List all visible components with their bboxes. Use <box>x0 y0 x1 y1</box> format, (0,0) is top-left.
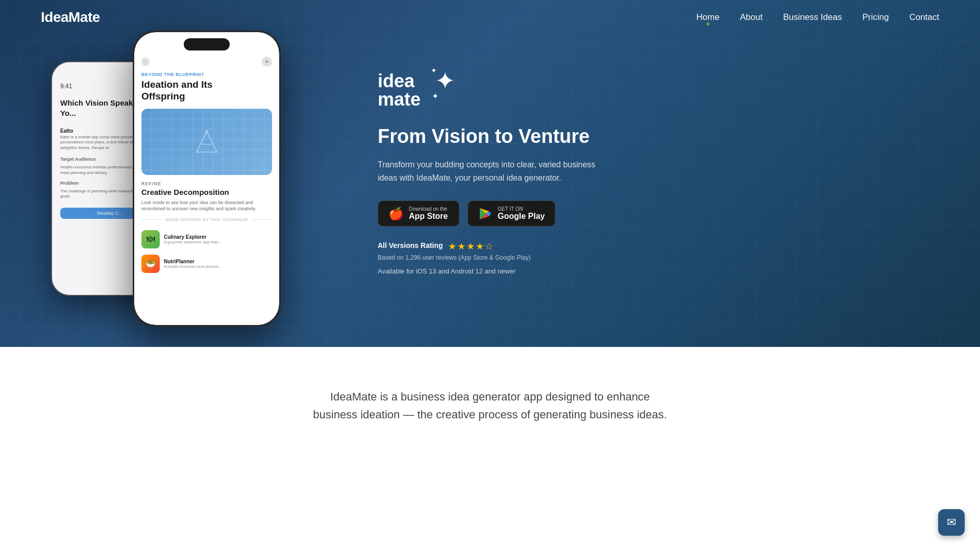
phone-action-dots: ··· <box>141 58 150 66</box>
blueprint-icon <box>191 127 222 157</box>
bottom-text: IdeaMate is a business idea generator ap… <box>311 388 669 423</box>
hero-right-content: idea mate ✦ ✦ ✦ From Vision to Venture T… <box>337 72 939 276</box>
svg-point-0 <box>205 130 208 133</box>
article-tag: BEYOND THE BLUEPRINT <box>134 72 279 77</box>
navigation: IdeaMate Home About Business Ideas Prici… <box>0 0 980 35</box>
dots-icon[interactable]: ··· <box>141 58 150 66</box>
star-small-top: ✦ <box>431 67 437 74</box>
nav-link-contact[interactable]: Contact <box>909 12 939 22</box>
rating-sub: Based on 1,296 user reviews (App Store &… <box>378 254 939 261</box>
rating-label: All Versions Rating <box>378 241 443 249</box>
google-play-main: Google Play <box>498 212 545 221</box>
star-3: ★ <box>467 241 475 252</box>
store-buttons: 🍎 Download on the App Store <box>378 201 939 227</box>
star-small-bottom: ✦ <box>432 91 438 101</box>
idea-item-1[interactable]: 🍽 Culinary Explorer A gourmet adventure … <box>134 227 279 252</box>
brand-wordmark: idea mate <box>378 72 421 109</box>
nav-link-about[interactable]: About <box>740 12 763 22</box>
idea-thumb-1: 🍽 <box>141 230 160 248</box>
phones-container: 9:41 Which Vision Speaks to Yo... Eatto … <box>41 31 337 316</box>
google-play-icon <box>478 207 493 221</box>
article-title: Ideation and Its Offspring <box>134 79 279 103</box>
refine-label: REFINE <box>134 181 279 186</box>
phone-notch <box>184 38 230 51</box>
brand-logo-area: idea mate ✦ ✦ ✦ <box>378 72 939 109</box>
rating-section: All Versions Rating ★ ★ ★ ★ ☆ Based on 1… <box>378 241 939 261</box>
section-desc: Look inside to see how your idea can be … <box>134 199 279 212</box>
hero-section: 9:41 Which Vision Speaks to Yo... Eatto … <box>0 0 980 347</box>
star-half: ☆ <box>485 241 493 252</box>
phone-front-screen: ··· ✕ BEYOND THE BLUEPRINT Ideation and … <box>134 32 279 325</box>
star-1: ★ <box>448 241 456 252</box>
nav-links: Home About Business Ideas Pricing Contac… <box>696 12 939 22</box>
star-2: ★ <box>457 241 465 252</box>
star-large: ✦ <box>435 69 455 93</box>
star-4: ★ <box>476 241 484 252</box>
app-store-main: App Store <box>409 212 448 221</box>
hero-tagline: From Vision to Venture <box>378 125 939 148</box>
idea-thumb-2: 🥗 <box>141 255 160 273</box>
bottom-section: IdeaMate is a business idea generator ap… <box>0 347 980 464</box>
google-play-button[interactable]: GET IT ON Google Play <box>468 201 555 227</box>
google-play-sub: GET IT ON <box>498 206 545 212</box>
nav-link-pricing[interactable]: Pricing <box>862 12 889 22</box>
phone-front: ··· ✕ BEYOND THE BLUEPRINT Ideation and … <box>133 31 281 327</box>
hero-description: Transform your budding concepts into cle… <box>378 158 612 184</box>
close-button[interactable]: ✕ <box>262 57 272 67</box>
idea-item-2[interactable]: 🥗 NutriPlanner A health-focused meal pla… <box>134 252 279 276</box>
star-rating: ★ ★ ★ ★ ☆ <box>448 241 493 252</box>
nav-link-home[interactable]: Home <box>696 12 719 22</box>
ideas-divider: IDEAS INSPIRED BY THIS TECHNIQUE <box>134 217 279 222</box>
brand-star-decoration: ✦ ✦ ✦ <box>426 73 452 107</box>
availability-text: Available for iOS 13 and Android 12 and … <box>378 267 939 275</box>
apple-icon: 🍎 <box>388 207 404 221</box>
nav-logo[interactable]: IdeaMate <box>41 9 100 26</box>
section-title: Creative Decomposition <box>134 188 279 196</box>
article-image <box>141 109 272 175</box>
nav-link-business-ideas[interactable]: Business Ideas <box>783 12 842 22</box>
hero-content: 9:41 Which Vision Speaks to Yo... Eatto … <box>0 31 980 316</box>
app-store-sub: Download on the <box>409 206 448 212</box>
app-store-button[interactable]: 🍎 Download on the App Store <box>378 201 459 227</box>
